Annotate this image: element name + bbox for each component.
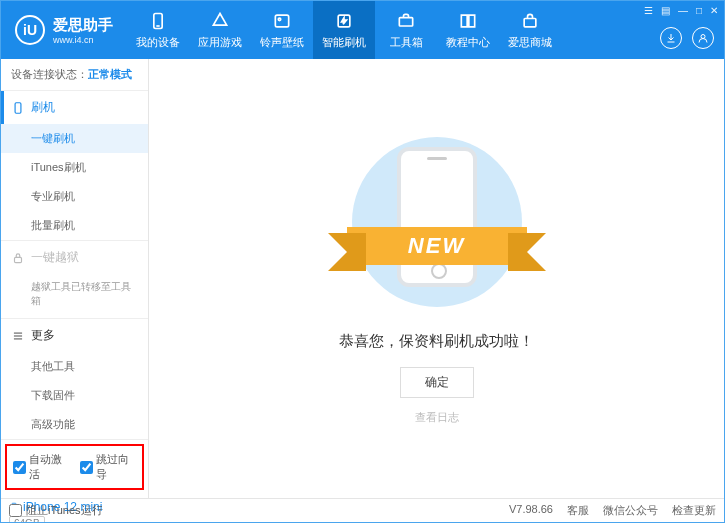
nav-toolbox[interactable]: 工具箱 <box>375 1 437 59</box>
sidebar-item-pro-flash[interactable]: 专业刷机 <box>1 182 148 211</box>
confirm-button[interactable]: 确定 <box>400 367 474 398</box>
block-itunes-checkbox[interactable]: 阻止iTunes运行 <box>9 503 103 518</box>
check-update-link[interactable]: 检查更新 <box>672 503 716 518</box>
toolbox-icon <box>396 11 416 31</box>
lock-icon <box>11 251 25 265</box>
minimize-icon[interactable]: — <box>678 5 688 16</box>
wechat-link[interactable]: 微信公众号 <box>603 503 658 518</box>
download-icon <box>665 32 677 44</box>
svg-rect-6 <box>524 18 536 26</box>
store-icon <box>520 11 540 31</box>
svg-rect-8 <box>15 102 21 113</box>
user-button[interactable] <box>692 27 714 49</box>
user-icon <box>697 32 709 44</box>
nav-ringtone-wallpaper[interactable]: 铃声壁纸 <box>251 1 313 59</box>
nav-store[interactable]: 爱思商城 <box>499 1 561 59</box>
main-content: NEW 恭喜您，保资料刷机成功啦！ 确定 查看日志 <box>149 59 724 498</box>
sidebar-more-header[interactable]: 更多 <box>1 319 148 352</box>
success-illustration: NEW <box>322 132 552 312</box>
success-message: 恭喜您，保资料刷机成功啦！ <box>339 332 534 351</box>
svg-rect-9 <box>15 257 22 262</box>
apps-icon <box>210 11 230 31</box>
flash-icon <box>334 11 354 31</box>
nav-smart-flash[interactable]: 智能刷机 <box>313 1 375 59</box>
maximize-icon[interactable]: □ <box>696 5 702 16</box>
jailbreak-note: 越狱工具已转移至工具箱 <box>1 274 148 318</box>
download-button[interactable] <box>660 27 682 49</box>
logo-icon: iU <box>15 15 45 45</box>
nav-my-device[interactable]: 我的设备 <box>127 1 189 59</box>
top-nav: 我的设备 应用游戏 铃声壁纸 智能刷机 工具箱 教程中心 爱思商城 <box>127 1 561 59</box>
svg-rect-2 <box>275 15 288 27</box>
sidebar-item-itunes-flash[interactable]: iTunes刷机 <box>1 153 148 182</box>
version-label: V7.98.66 <box>509 503 553 518</box>
sidebar-item-other-tools[interactable]: 其他工具 <box>1 352 148 381</box>
svg-point-7 <box>701 35 705 39</box>
app-header: iU 爱思助手 www.i4.cn 我的设备 应用游戏 铃声壁纸 智能刷机 工具… <box>1 1 724 59</box>
wallpaper-icon <box>272 11 292 31</box>
svg-rect-5 <box>399 17 412 25</box>
customer-service-link[interactable]: 客服 <box>567 503 589 518</box>
auto-activate-checkbox[interactable]: 自动激活 <box>13 452 70 482</box>
book-icon <box>458 11 478 31</box>
settings-icon[interactable]: ▤ <box>661 5 670 16</box>
view-log-link[interactable]: 查看日志 <box>415 410 459 425</box>
sidebar-item-oneclick-flash[interactable]: 一键刷机 <box>1 124 148 153</box>
phone-icon <box>148 11 168 31</box>
options-highlight-box: 自动激活 跳过向导 <box>5 444 144 490</box>
sidebar-jailbreak-header[interactable]: 一键越狱 <box>1 241 148 274</box>
nav-tutorials[interactable]: 教程中心 <box>437 1 499 59</box>
list-icon <box>11 329 25 343</box>
svg-point-3 <box>278 18 281 20</box>
close-icon[interactable]: ✕ <box>710 5 718 16</box>
app-title: 爱思助手 <box>53 16 113 35</box>
nav-apps-games[interactable]: 应用游戏 <box>189 1 251 59</box>
window-controls: ☰ ▤ — □ ✕ <box>644 5 718 16</box>
menu-icon[interactable]: ☰ <box>644 5 653 16</box>
skip-guide-checkbox[interactable]: 跳过向导 <box>80 452 137 482</box>
sidebar-item-download-firmware[interactable]: 下载固件 <box>1 381 148 410</box>
logo: iU 爱思助手 www.i4.cn <box>1 15 127 45</box>
app-url: www.i4.cn <box>53 35 113 45</box>
phone-small-icon <box>11 101 25 115</box>
sidebar-item-batch-flash[interactable]: 批量刷机 <box>1 211 148 240</box>
new-ribbon: NEW <box>347 227 527 265</box>
sidebar: 设备连接状态：正常模式 刷机 一键刷机 iTunes刷机 专业刷机 批量刷机 一… <box>1 59 149 498</box>
sidebar-flash-header[interactable]: 刷机 <box>1 91 148 124</box>
device-status: 设备连接状态：正常模式 <box>1 59 148 91</box>
sidebar-item-advanced[interactable]: 高级功能 <box>1 410 148 439</box>
